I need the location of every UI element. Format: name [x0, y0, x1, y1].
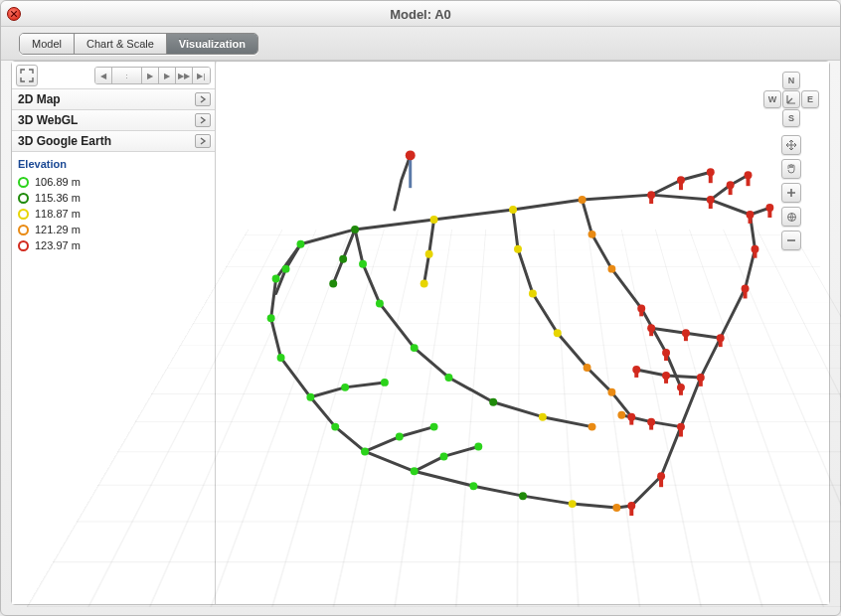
svg-point-25 [489, 398, 497, 406]
svg-point-41 [607, 388, 615, 396]
window-close-button[interactable] [7, 7, 21, 21]
svg-rect-79 [664, 376, 668, 384]
view-2d-map-expand-button[interactable] [195, 92, 211, 106]
legend-swatch-icon [18, 240, 29, 251]
svg-rect-53 [729, 185, 733, 195]
legend-swatch-icon [18, 193, 29, 204]
nav-next-button[interactable]: ▶ [142, 68, 159, 84]
app-window: Model: A0 Model Chart & Scale Visualizat… [0, 0, 841, 616]
legend-row: 121.29 m [18, 222, 209, 237]
svg-rect-77 [649, 328, 653, 336]
nav-play-button[interactable]: ▶ [159, 68, 176, 84]
legend-value: 121.29 m [35, 224, 81, 235]
nav-end-button[interactable]: ▶| [193, 68, 210, 84]
svg-point-20 [474, 443, 482, 451]
view-3d-webgl[interactable]: 3D WebGL [12, 110, 215, 131]
svg-point-5 [277, 354, 285, 362]
zoom-in-button[interactable] [781, 183, 801, 203]
svg-point-12 [376, 299, 384, 307]
pan-tool-button[interactable] [781, 159, 801, 179]
svg-point-26 [519, 492, 527, 500]
svg-point-36 [579, 196, 587, 204]
svg-rect-61 [753, 249, 757, 258]
svg-point-38 [607, 265, 615, 273]
svg-rect-83 [649, 422, 653, 430]
svg-point-11 [359, 260, 367, 268]
view-3d-webgl-expand-button[interactable] [195, 113, 211, 127]
svg-point-10 [469, 482, 477, 490]
time-nav-group: ◀ : ▶ ▶ ▶▶ ▶| [94, 67, 211, 84]
svg-point-23 [339, 255, 347, 263]
svg-point-22 [351, 226, 359, 233]
svg-rect-89 [679, 387, 683, 395]
compass-west-button[interactable]: W [763, 90, 781, 108]
nav-index-field[interactable]: : [112, 68, 142, 84]
nav-fast-button[interactable]: ▶▶ [176, 68, 193, 84]
legend-row: 118.87 m [18, 206, 209, 222]
svg-point-40 [589, 423, 596, 431]
tab-chart-scale[interactable]: Chart & Scale [75, 34, 167, 54]
globe-icon [786, 212, 797, 223]
legend-value: 106.89 m [35, 176, 81, 188]
sidebar-toolbar: ◀ : ▶ ▶ ▶▶ ▶| [12, 62, 215, 89]
viewport[interactable]: N S W E [217, 62, 829, 604]
svg-point-7 [331, 423, 339, 431]
svg-rect-67 [699, 378, 703, 386]
svg-rect-55 [747, 175, 751, 186]
svg-point-42 [612, 504, 620, 512]
svg-rect-73 [629, 506, 633, 516]
move-tool-button[interactable] [781, 135, 801, 155]
svg-rect-63 [744, 289, 748, 299]
nav-prev-button[interactable]: ◀ [95, 68, 112, 84]
view-3d-google-earth-expand-button[interactable] [195, 134, 211, 148]
svg-point-43 [617, 411, 625, 419]
svg-point-18 [430, 423, 438, 431]
zoom-fit-button[interactable] [781, 207, 801, 227]
compass-control: N S W E [763, 72, 819, 127]
svg-rect-85 [639, 308, 643, 316]
view-2d-map[interactable]: 2D Map [12, 89, 215, 110]
zoom-out-button[interactable] [781, 231, 801, 250]
svg-point-35 [569, 500, 577, 508]
fullscreen-icon [20, 69, 34, 82]
svg-rect-57 [749, 215, 753, 224]
svg-point-39 [584, 364, 591, 372]
svg-rect-47 [679, 180, 683, 190]
svg-point-24 [329, 280, 337, 288]
svg-rect-81 [634, 370, 638, 378]
svg-point-3 [296, 240, 304, 248]
compass-north-button[interactable]: N [782, 72, 800, 89]
compass-reset-button[interactable] [782, 90, 800, 108]
window-title: Model: A0 [1, 1, 840, 27]
svg-point-9 [411, 467, 419, 475]
view-2d-map-label: 2D Map [18, 92, 61, 106]
svg-point-1 [406, 150, 416, 160]
tab-model[interactable]: Model [20, 34, 75, 54]
svg-point-2 [272, 275, 280, 283]
svg-rect-75 [684, 333, 688, 341]
fullscreen-button[interactable] [16, 65, 38, 86]
svg-point-14 [445, 374, 453, 382]
tab-group: Model Chart & Scale Visualization [19, 33, 258, 55]
svg-rect-69 [679, 427, 683, 437]
chevron-right-icon [199, 116, 207, 124]
svg-point-33 [539, 413, 547, 421]
svg-rect-71 [659, 476, 663, 487]
legend-row: 115.36 m [18, 190, 209, 206]
view-3d-google-earth[interactable]: 3D Google Earth [12, 131, 215, 152]
svg-point-37 [589, 231, 596, 238]
svg-point-32 [529, 290, 537, 298]
tab-bar: Model Chart & Scale Visualization [1, 27, 840, 61]
view-3d-google-earth-label: 3D Google Earth [18, 134, 111, 148]
svg-point-19 [440, 452, 448, 460]
compass-south-button[interactable]: S [782, 109, 800, 127]
legend-row: 106.89 m [18, 174, 209, 190]
svg-point-16 [381, 379, 389, 386]
network-render [217, 62, 829, 602]
svg-point-8 [361, 447, 369, 455]
svg-rect-45 [649, 195, 653, 204]
minus-icon [786, 235, 796, 245]
compass-east-button[interactable]: E [801, 90, 819, 108]
tab-visualization[interactable]: Visualization [167, 34, 257, 54]
content-pane: ◀ : ▶ ▶ ▶▶ ▶| 2D Map 3D WebGL [11, 61, 830, 605]
